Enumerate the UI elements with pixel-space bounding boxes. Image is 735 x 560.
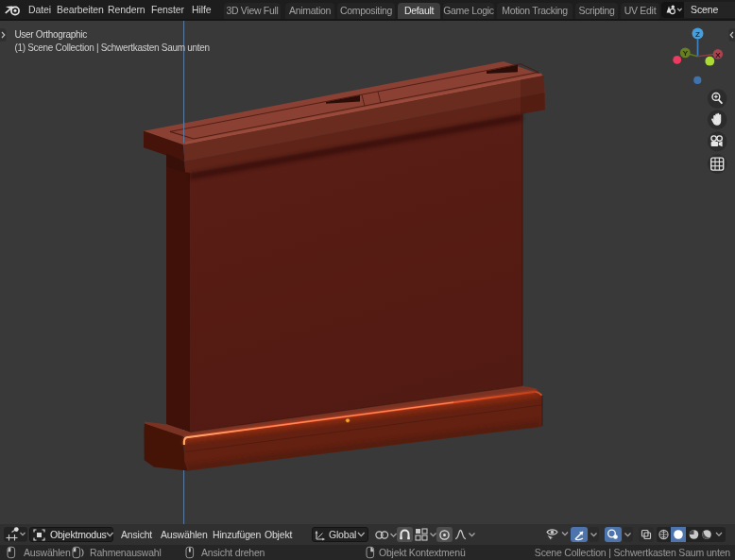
svg-text:Z: Z xyxy=(695,30,700,39)
svg-text:User Orthographic: User Orthographic xyxy=(14,29,87,40)
svg-text:(1) Scene Collection | Schwert: (1) Scene Collection | Schwertkasten Sau… xyxy=(14,42,209,53)
svg-text:X: X xyxy=(715,51,721,59)
svg-text:Y: Y xyxy=(683,49,689,58)
